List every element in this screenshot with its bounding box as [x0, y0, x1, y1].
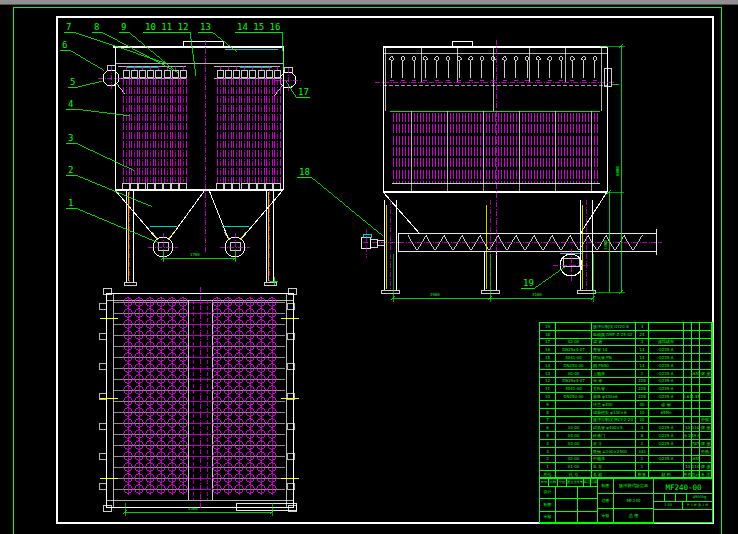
tb-mid-value: 脉冲袋式除尘器	[614, 479, 654, 494]
bag-cap	[139, 183, 146, 189]
bom-row: 504-00检修门8Q235-A6.249.6	[540, 431, 712, 439]
venturi	[180, 70, 186, 77]
callout-label: 4	[68, 99, 73, 109]
venturi	[274, 70, 280, 77]
tb-mid-label: 制图	[598, 479, 614, 494]
bom-row: 18电磁阀 DMF-Z-25-0224	[540, 330, 712, 338]
dimension-text: 2900	[430, 292, 440, 297]
title-block: MF240-00 标记处数分区更改文件号签名日期设计制图审核制图脉冲袋式除尘器描…	[539, 478, 713, 523]
venturi	[233, 70, 239, 77]
callout-leader	[73, 32, 168, 64]
bom-row: 154041-00喷吹管 PN14Q235-A	[540, 353, 712, 361]
tb-header-cell: 日期	[591, 479, 598, 487]
pulse-valve	[401, 57, 405, 61]
venturi	[131, 70, 137, 77]
title-block-cell	[676, 494, 687, 502]
callout-label: 10 11 12	[145, 22, 188, 32]
bom-row: 7脉冲控制仪 MCY-2-2020外购	[540, 416, 712, 424]
pulse-valve	[390, 57, 394, 61]
callout-leader	[286, 81, 296, 97]
bom-row: 12DN25x4-07短 管228Q235-A	[540, 377, 712, 385]
bom-row: 3角钢 ∠100×2500343外购	[540, 447, 712, 455]
bag-cap	[155, 183, 162, 189]
title-block-cell	[556, 512, 578, 524]
tb-header-cell: 处数	[549, 479, 558, 487]
callout-leader	[75, 143, 135, 171]
bag-cap	[147, 183, 154, 189]
callout-leader	[77, 81, 103, 87]
tb-header-cell: 更改文件号	[567, 479, 584, 487]
dimension-text: 4360	[188, 506, 198, 511]
callout-label: 19	[523, 278, 534, 288]
callout-label: 3	[68, 133, 73, 143]
bom-row: 403-00灰 斗1Q235-A787焊 接	[540, 439, 712, 447]
dimension-text: 6000	[615, 166, 620, 176]
wall-tab	[99, 363, 106, 369]
drawing-line	[370, 239, 377, 247]
callout-label: 17	[298, 87, 309, 97]
venturi	[250, 70, 256, 77]
manhole	[452, 41, 472, 47]
tb-mid-label: 审核	[598, 509, 614, 524]
tb-header-cell: 分区	[558, 479, 567, 487]
pulse-valve	[548, 57, 552, 61]
callout-leader	[75, 109, 131, 116]
title-block-cell	[578, 512, 598, 524]
callout-leader	[311, 177, 383, 236]
pulse-valve	[582, 57, 586, 61]
bom-row: 10DN250-00袋笼 φ130x6228Q235-A0.614.35	[540, 392, 712, 400]
drawing-line	[383, 192, 420, 234]
callout-label: 5	[70, 77, 75, 87]
title-block-cell	[578, 499, 598, 511]
bag-cap	[266, 183, 273, 189]
callout-label: 6	[62, 40, 67, 50]
bom-row: 101-00支 架110110焊 接	[540, 462, 712, 470]
bag-cap	[225, 183, 232, 189]
bag-cap	[172, 183, 179, 189]
callout-label: 18	[299, 167, 310, 177]
wall-tab	[99, 333, 106, 339]
bom-row: 202-00中箱体1Q235-A1655	[540, 455, 712, 463]
callout-leader	[101, 32, 173, 70]
conveyor-motor	[361, 237, 370, 248]
tb-mid-label: 描图	[598, 494, 614, 509]
venturi	[258, 70, 264, 77]
pulse-valve	[480, 57, 484, 61]
tb-scale: 1:50	[654, 502, 683, 510]
bag-cap	[123, 183, 130, 189]
pulse-valve	[458, 57, 462, 61]
callout-leader	[190, 32, 196, 76]
callout-leader	[212, 32, 237, 52]
tb-sheet: 共 1 张 第 1 张	[683, 502, 713, 510]
pulse-valve	[514, 57, 518, 61]
tb-mid-value: MF240	[614, 494, 654, 509]
corner-post	[103, 505, 111, 511]
bom-row: 16DN25x4-07弯管 1414Q235-A	[540, 345, 712, 353]
bag-cap	[241, 183, 248, 189]
bom-row: 1300-00上箱体1Q235-A1655焊 接	[540, 369, 712, 377]
pulse-valve	[593, 57, 597, 61]
pulse-valve	[525, 57, 529, 61]
bom-row: 8滤袋框架 φ130×61065Mn	[540, 408, 712, 416]
drawing-line	[580, 192, 607, 234]
pulse-valve	[435, 57, 439, 61]
callout-label: 13	[200, 22, 211, 32]
bag-cap	[217, 183, 224, 189]
venturi	[156, 70, 162, 77]
venturi	[217, 70, 223, 77]
drawing-line	[170, 190, 205, 238]
bom-row: 1702-00滤 袋3涤纶绒布	[540, 338, 712, 346]
callout-label: 1	[68, 198, 73, 208]
drawing-line	[117, 84, 125, 94]
wall-tab	[99, 453, 106, 459]
callout-leader	[535, 266, 566, 288]
title-block-cell	[654, 494, 665, 502]
title-block-cell	[654, 510, 713, 523]
wall-tab	[99, 423, 106, 429]
manhole	[183, 41, 223, 47]
drawing-line	[209, 190, 228, 238]
tb-mid-value: 总 图	[614, 509, 654, 524]
bag-cap	[180, 183, 187, 189]
callout-leader	[75, 175, 153, 207]
bom-row: 610-00进风管 φ400×53Q235-A10110焊 接	[540, 423, 712, 431]
